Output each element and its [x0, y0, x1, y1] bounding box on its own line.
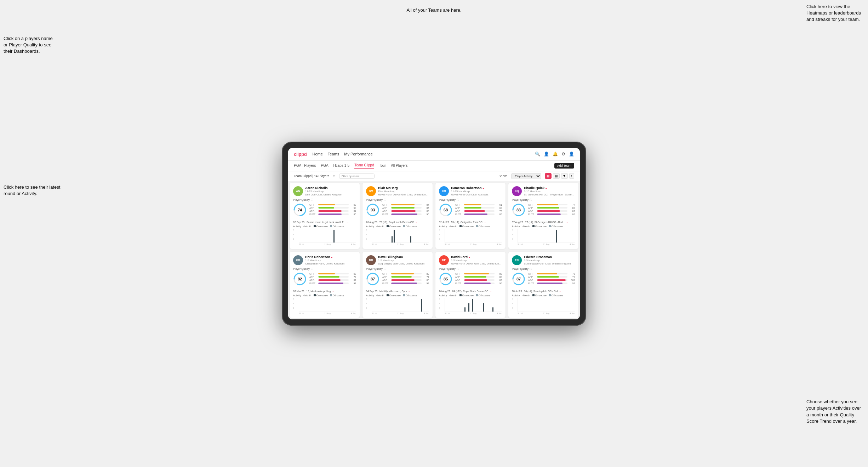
quality-content[interactable]: 82 OTT 60 APP 77 ARG 81	[293, 272, 356, 286]
player-handicap: 1-5 Handicap	[305, 259, 356, 262]
arrow-icon: →	[558, 290, 561, 293]
player-name[interactable]: Edward Crossman	[524, 255, 575, 259]
last-round[interactable]: 04 Sep 23 Mobility with coach, Gym →	[366, 288, 429, 293]
list-view-icon[interactable]: ▤	[553, 173, 560, 179]
off-course-legend: Off course	[549, 225, 563, 228]
last-round[interactable]: 02 Jul 23 59 (+1), Craigmillar Park GC →	[439, 219, 502, 224]
player-card[interactable]: DF David Ford ● 1-5 Handicap Royal North…	[435, 252, 506, 318]
score-circle[interactable]: 68	[439, 203, 452, 217]
score-circle[interactable]: 82	[293, 272, 307, 286]
sub-nav-pga[interactable]: PGA	[321, 164, 328, 168]
sub-nav-tour[interactable]: Tour	[379, 164, 386, 168]
last-round[interactable]: 07 Aug 23 77 (+7), St George's Hill GC -…	[512, 219, 575, 224]
off-course-legend: Off course	[330, 294, 344, 297]
add-team-button[interactable]: Add Team	[554, 163, 574, 169]
player-name[interactable]: Dave Billingham	[378, 255, 429, 259]
x-label-sep: 4 Sep	[570, 243, 575, 245]
period-text: · Month	[449, 225, 457, 228]
score-circle[interactable]: 87	[512, 272, 525, 286]
sub-nav-hcaps[interactable]: Hcaps 1-5	[333, 164, 350, 168]
score-circle[interactable]: 87	[366, 272, 379, 286]
x-label-aug: 21 Aug	[470, 312, 476, 314]
tablet-screen: clippd Home Teams My Performance 🔍 👤 🔔 ⚙…	[288, 148, 580, 319]
arrow-icon: →	[483, 221, 486, 224]
quality-content[interactable]: 85 OTT 89 APP 80 ARG 83	[439, 272, 502, 286]
last-round[interactable]: 26 Aug 23 73 (+1), Royal North Devon GC …	[366, 219, 429, 224]
stat-ott: OTT 89	[455, 273, 502, 275]
sort-icon[interactable]: ↕	[569, 173, 575, 179]
user-avatar-icon[interactable]: 👤	[569, 152, 574, 156]
score-circle[interactable]: 93	[366, 203, 379, 217]
player-card[interactable]: CR Chris Robertson ● 1-5 Handicap Craigm…	[290, 252, 360, 318]
chart-bars	[299, 229, 356, 243]
score-circle[interactable]: 74	[293, 203, 307, 217]
score-circle[interactable]: 85	[439, 272, 452, 286]
on-course-label: On course	[535, 294, 547, 297]
off-course-dot	[330, 294, 332, 296]
player-name[interactable]: Cameron Robertson ●	[451, 186, 502, 190]
last-round[interactable]: 02 Sep 23 Sunset round to get back into …	[293, 219, 356, 224]
annotation-heatmaps: Click here to view theHeatmaps or leader…	[806, 4, 861, 23]
quality-content[interactable]: 93 OTT 84 APP 85 ARG 88	[366, 203, 429, 217]
x-axis: 31 Jul 21 Aug 4 Sep	[518, 243, 575, 245]
x-label-sep: 4 Sep	[424, 312, 429, 314]
player-avatar: DB	[366, 255, 376, 265]
search-input[interactable]	[339, 173, 375, 179]
player-name[interactable]: David Ford ●	[451, 255, 502, 259]
score-circle[interactable]: 83	[512, 203, 525, 217]
off-course-label: Off course	[333, 294, 344, 297]
nav-teams[interactable]: Teams	[328, 152, 339, 156]
off-course-dot	[549, 294, 551, 296]
stat-arg: ARG 85	[382, 279, 429, 281]
quality-content[interactable]: 74 OTT 60 APP 58 ARG 84	[293, 203, 356, 217]
stat-putt: PUTT 85	[455, 213, 502, 216]
player-name[interactable]: Charlie Quick ●	[524, 186, 575, 190]
info-icon: ⓘ	[311, 198, 313, 202]
activity-label: Activity · Month On course Off course	[366, 294, 429, 297]
off-course-dot	[330, 225, 332, 227]
show-dropdown[interactable]: Player Activity	[511, 173, 541, 179]
stat-arg: ARG 84	[309, 210, 356, 212]
quality-content[interactable]: 83 OTT 77 APP 80 ARG 83	[512, 203, 575, 217]
player-name[interactable]: Blair McHarg	[378, 186, 429, 190]
last-round-text: Sunset round to get back into it, F...	[307, 221, 346, 223]
player-card[interactable]: EC Edward Crossman 1-5 Handicap Sunningd…	[508, 252, 578, 318]
nav-home[interactable]: Home	[312, 152, 322, 156]
sub-nav-pgat[interactable]: PGAT Players	[294, 164, 316, 168]
player-info: Chris Robertson ● 1-5 Handicap Craigmill…	[305, 255, 356, 265]
quality-content[interactable]: 68 OTT 61 APP 63 ARG 75	[439, 203, 502, 217]
player-name[interactable]: Aaron Nicholls	[305, 186, 356, 190]
profile-icon[interactable]: 👤	[544, 152, 549, 156]
filter-icon[interactable]: ▼	[561, 173, 568, 179]
last-round[interactable]: 18 Jul 23 74 (+4), Sunningdale GC - Old …	[512, 288, 575, 293]
nav-performance[interactable]: My Performance	[344, 152, 373, 156]
player-header: CR Chris Robertson ● 1-5 Handicap Craigm…	[293, 255, 356, 265]
stat-arg: ARG 81	[309, 279, 356, 281]
player-card[interactable]: BM Blair McHarg Plus Handicap Royal Nort…	[362, 183, 433, 249]
sub-nav-all-players[interactable]: All Players	[391, 164, 407, 168]
player-card[interactable]: DB Dave Billingham 1-5 Handicap Sog Magj…	[362, 252, 433, 318]
edit-icon[interactable]: ✏	[333, 174, 336, 178]
last-round[interactable]: 26 Aug 23 84 (+12), Royal North Devon GC…	[439, 288, 502, 293]
quality-content[interactable]: 87 OTT 73 APP 79 ARG 103	[512, 272, 575, 286]
off-course-label: Off course	[479, 225, 490, 228]
search-icon[interactable]: 🔍	[535, 152, 540, 156]
player-header: CQ Charlie Quick ● 6-10 Handicap St. Geo…	[512, 186, 575, 196]
player-header: DF David Ford ● 1-5 Handicap Royal North…	[439, 255, 502, 265]
player-card[interactable]: CR Cameron Robertson ● 11-15 Handicap Ro…	[435, 183, 506, 249]
sub-nav-team-clippd[interactable]: Team Clippd	[354, 163, 374, 169]
activity-section: Activity · Month On course Off course 6 …	[512, 225, 575, 245]
on-course-label: On course	[462, 294, 474, 297]
stats-bars: OTT 60 APP 58 ARG 84 PUTT 85	[309, 204, 356, 216]
player-card[interactable]: CQ Charlie Quick ● 6-10 Handicap St. Geo…	[508, 183, 578, 249]
player-club: Sunningdale Golf Club, United Kingdom	[524, 262, 575, 265]
grid-view-icon[interactable]: ▦	[545, 173, 552, 179]
notification-icon[interactable]: 🔔	[553, 152, 558, 156]
settings-icon[interactable]: ⚙	[561, 152, 565, 156]
quality-content[interactable]: 87 OTT 82 APP 74 ARG 85	[366, 272, 429, 286]
player-name[interactable]: Chris Robertson ●	[305, 255, 356, 259]
player-card[interactable]: AN Aaron Nicholls 11-15 Handicap Drift G…	[290, 183, 360, 249]
player-handicap: Plus Handicap	[378, 190, 429, 193]
filter-bar: Team Clippd | 14 Players ✏ Show: Player …	[288, 171, 580, 181]
last-round[interactable]: 03 Mar 23 19, Must make putting →	[293, 288, 356, 293]
